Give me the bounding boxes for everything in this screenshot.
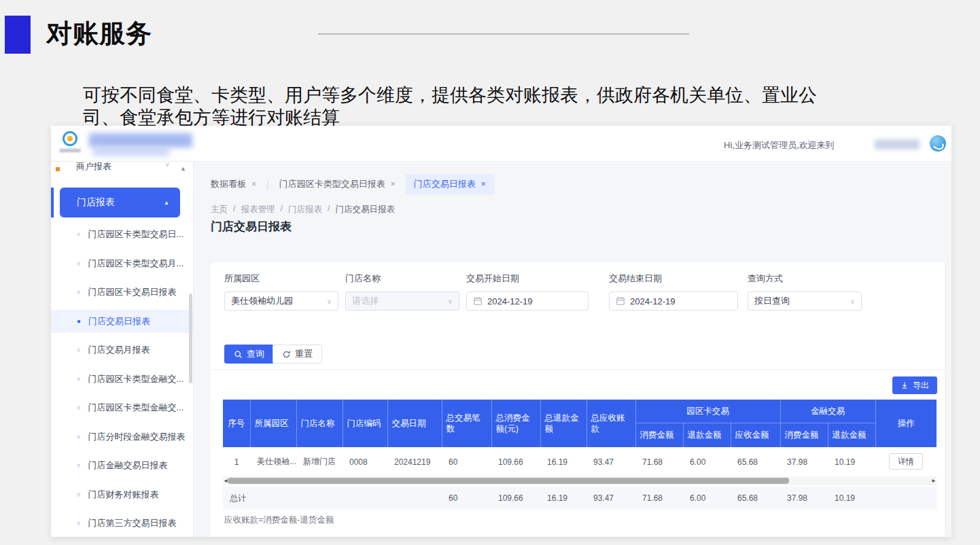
sidebar-item-label: 门店第三方交易日报表: [88, 517, 176, 529]
sidebar-item-label: 门店园区卡交易日报表: [88, 286, 176, 298]
start-date-input[interactable]: 2024-12-19: [466, 292, 589, 311]
tab-dashboard[interactable]: 数据看板 ×: [211, 178, 256, 190]
scroll-right-icon[interactable]: ►: [931, 477, 937, 485]
circle-bullet-icon: ○: [77, 463, 80, 469]
sidebar-item-merchant-report[interactable]: 商户报表 ∨: [51, 162, 194, 176]
store-name-select[interactable]: 请选择 ∨: [345, 292, 459, 311]
filter-end-date: 交易结束日期 2024-12-19: [609, 272, 738, 311]
circle-bullet-icon: ○: [77, 232, 80, 238]
col-store-code: 门店编码: [343, 400, 387, 447]
col-index: 序号: [223, 400, 250, 447]
close-icon[interactable]: ×: [391, 179, 396, 189]
close-icon[interactable]: ×: [251, 179, 256, 189]
col-total-refund: 总退款金额: [540, 400, 587, 447]
sidebar-item[interactable]: ○门店园区卡类型交易月...: [51, 252, 194, 275]
slide-title: 对账服务: [46, 16, 152, 51]
tab-park-card-daily[interactable]: 门店园区卡类型交易日报表 ×: [279, 178, 396, 190]
sidebar-item[interactable]: ○门店园区卡类型交易日...: [51, 223, 194, 246]
circle-bullet-icon: ○: [77, 405, 80, 411]
breadcrumb-item[interactable]: 报表管理: [241, 204, 275, 215]
sidebar-scrollbar[interactable]: [189, 294, 192, 383]
park-select[interactable]: 美仕领袖幼儿园 ∨: [224, 292, 338, 311]
horizontal-scrollbar[interactable]: ◄ ►: [223, 476, 937, 485]
search-icon: [234, 350, 243, 359]
query-button-label: 查询: [247, 348, 264, 360]
col-total-consume: 总消费金额(元): [491, 400, 540, 447]
sidebar-item-label: 门店交易月报表: [88, 344, 150, 356]
cell-finance-refund: 10.19: [828, 447, 875, 476]
totals-finance-consume: 37.98: [780, 487, 828, 510]
totals-park-consume: 71.68: [635, 487, 683, 510]
sidebar-item[interactable]: ○门店交易月报表: [51, 338, 194, 362]
tab-label: 门店交易日报表: [414, 178, 476, 190]
totals-empty: [296, 487, 343, 510]
chevron-down-icon: ∨: [448, 298, 453, 305]
download-icon: [900, 381, 909, 389]
col-store-name: 门店名称: [296, 400, 343, 447]
totals-empty: [387, 487, 442, 510]
tab-label: 数据看板: [211, 178, 246, 190]
scrollbar-thumb[interactable]: [228, 478, 789, 484]
app-window: Hi,业务测试管理员,欢迎来到 ▲ 商户报表 ∨ 门店报表 ▲ ○门店园区卡类型…: [51, 126, 951, 537]
filter-store-name: 门店名称 请选择 ∨: [345, 272, 459, 311]
main-content: 数据看板 × | 门店园区卡类型交易日报表 × 门店交易日报表 × 主页 / 报…: [194, 162, 951, 537]
slide: 对账服务 可按不同食堂、卡类型、用户等多个维度，提供各类对账报表，供政府各机关单…: [0, 0, 980, 545]
close-icon[interactable]: ×: [481, 179, 486, 189]
reset-button[interactable]: 重置: [273, 345, 322, 364]
cell-park-refund: 6.00: [683, 447, 731, 476]
detail-button[interactable]: 详情: [889, 453, 923, 470]
end-date-input[interactable]: 2024-12-19: [609, 292, 738, 311]
sidebar-item[interactable]: ○门店第三方交易日报表: [51, 512, 194, 535]
cell-park: 美仕领袖...: [250, 447, 296, 476]
sidebar-item-label: 商户报表: [76, 162, 111, 173]
sidebar-item[interactable]: ○门店金融交易日报表: [51, 454, 194, 477]
select-value: 美仕领袖幼儿园: [231, 295, 293, 307]
totals-park-receivable: 65.68: [731, 487, 780, 510]
totals-empty: [343, 487, 387, 510]
sidebar-item[interactable]: ○门店分时段金融交易报表: [51, 425, 194, 449]
col-park-consume: 消费金额: [635, 423, 683, 447]
totals-total-count: 60: [442, 487, 491, 510]
calendar-icon: [473, 296, 483, 306]
totals-action-empty: [875, 487, 937, 510]
cell-index: 1: [223, 447, 250, 476]
breadcrumb-item[interactable]: 主页: [211, 204, 228, 215]
app-header: Hi,业务测试管理员,欢迎来到: [51, 126, 951, 162]
table-row: 1 美仕领袖... 新增门店 0008 20241219 60 109.66 1…: [223, 447, 937, 476]
col-finance-refund: 退款金额: [828, 423, 875, 447]
breadcrumb-item[interactable]: 门店报表: [288, 204, 322, 215]
totals-row: 总计 60 109.66 16.19 93.47 71.68 6.00 65.6…: [223, 487, 937, 510]
sidebar-item[interactable]: ○门店财务对账报表: [51, 483, 194, 506]
sidebar-item[interactable]: ○门店园区卡交易日报表: [51, 281, 194, 304]
circle-bullet-icon: ○: [77, 521, 80, 527]
query-mode-select[interactable]: 按日查询 ∨: [748, 292, 862, 311]
sidebar-item-label: 门店园区卡类型交易月...: [88, 258, 183, 270]
org-name-blur: [89, 133, 192, 147]
export-button-label: 导出: [913, 380, 929, 391]
sidebar-item-label: 门店园区卡类型交易日...: [88, 228, 183, 241]
avatar[interactable]: [930, 135, 946, 152]
tab-store-daily-active[interactable]: 门店交易日报表 ×: [406, 174, 494, 194]
sidebar-item[interactable]: ○门店园区卡类型金融交...: [51, 396, 194, 419]
breadcrumb-separator: /: [233, 204, 235, 215]
page-title: 门店交易日报表: [211, 219, 292, 234]
refresh-icon: [282, 350, 291, 359]
cell-trade-date: 20241219: [387, 447, 442, 476]
user-greeting: Hi,业务测试管理员,欢迎来到: [724, 139, 835, 152]
cell-total-receivable: 93.47: [587, 447, 635, 476]
sidebar-group-store-report[interactable]: 门店报表 ▲: [60, 188, 180, 217]
col-park-receivable: 应收金额: [731, 423, 780, 447]
totals-empty: [250, 487, 296, 510]
table-footnote: 应收账款=消费金额-退货金额: [224, 514, 334, 526]
cell-total-count: 60: [442, 447, 491, 476]
date-value: 2024-12-19: [630, 296, 676, 306]
sidebar-item[interactable]: ○门店园区卡类型金融交...: [51, 368, 194, 391]
filter-label: 所属园区: [224, 272, 338, 285]
cell-total-consume: 109.66: [491, 447, 540, 476]
export-button[interactable]: 导出: [892, 376, 937, 394]
sidebar: ▲ 商户报表 ∨ 门店报表 ▲ ○门店园区卡类型交易日... ○门店园区卡类型交…: [51, 162, 194, 537]
chevron-down-icon: ∨: [850, 298, 855, 305]
col-total-count: 总交易笔数: [442, 400, 491, 447]
sidebar-item-active[interactable]: ●门店交易日报表: [51, 310, 194, 333]
query-button[interactable]: 查询: [224, 345, 274, 364]
